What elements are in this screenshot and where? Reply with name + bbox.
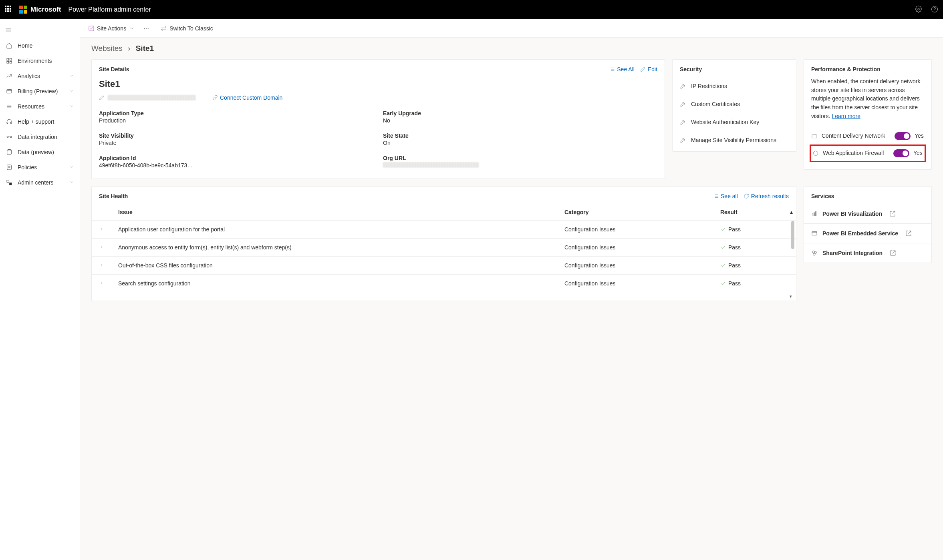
health-table: Issue Category Result▴ Application user … <box>92 204 796 292</box>
scrollbar-thumb[interactable] <box>791 221 794 249</box>
nav-label: Analytics <box>18 73 40 79</box>
chevron-down-icon <box>69 88 74 94</box>
nav-label: Policies <box>18 164 37 171</box>
analytics-icon <box>6 72 13 80</box>
svg-point-50 <box>814 251 816 253</box>
service-power-bi-embedded[interactable]: Power BI Embedded Service <box>804 224 931 243</box>
service-power-bi-visualization[interactable]: Power BI Visualization <box>804 204 931 224</box>
nav-billing[interactable]: Billing (Preview) <box>0 84 80 99</box>
nav-resources[interactable]: Resources <box>0 99 80 114</box>
nav-data-preview[interactable]: Data (preview) <box>0 145 80 160</box>
svg-point-1 <box>932 6 938 12</box>
health-result: Pass <box>720 226 789 233</box>
list-icon <box>609 66 615 72</box>
nav-label: Data (preview) <box>18 149 54 155</box>
nav-label: Admin centers <box>18 179 53 186</box>
external-link-icon <box>890 250 896 256</box>
billing-icon <box>6 88 13 95</box>
app-launcher-icon[interactable] <box>5 6 13 14</box>
edit-button[interactable]: Edit <box>640 66 657 72</box>
help-icon[interactable] <box>931 6 938 14</box>
site-health-card: Site Health See all Refresh results <box>91 186 796 301</box>
col-category[interactable]: Category <box>557 204 713 221</box>
refresh-results-button[interactable]: Refresh results <box>744 193 789 199</box>
service-label: Power BI Embedded Service <box>822 230 898 237</box>
health-result: Pass <box>720 262 789 269</box>
chevron-down-icon <box>69 103 74 110</box>
pencil-icon[interactable] <box>99 95 105 100</box>
chevron-down-icon <box>69 179 74 186</box>
security-auth-key[interactable]: Website Authentication Key <box>673 113 796 131</box>
scroll-down-indicator[interactable]: ▾ <box>92 292 796 301</box>
svg-rect-46 <box>816 212 816 216</box>
headset-icon <box>6 118 13 125</box>
health-result: Pass <box>720 244 789 251</box>
toggle-cdn: Content Delivery Network Yes <box>811 128 924 145</box>
svg-point-49 <box>812 251 814 253</box>
breadcrumb: Websites › Site1 <box>80 38 943 56</box>
service-label: Power BI Visualization <box>822 211 882 217</box>
security-custom-certificates[interactable]: Custom Certificates <box>673 95 796 113</box>
security-manage-visibility[interactable]: Manage Site Visibility Permissions <box>673 131 796 149</box>
nav-analytics[interactable]: Analytics <box>0 68 80 84</box>
security-ip-restrictions[interactable]: IP Restrictions <box>673 77 796 95</box>
col-result[interactable]: Result▴ <box>713 204 796 221</box>
refresh-icon <box>744 193 749 199</box>
nav-home[interactable]: Home <box>0 38 80 53</box>
nav-help-support[interactable]: Help + support <box>0 114 80 129</box>
environments-icon <box>6 57 13 64</box>
microsoft-logo: Microsoft <box>19 6 61 14</box>
nav-label: Data integration <box>18 134 57 140</box>
service-sharepoint-integration[interactable]: SharePoint Integration <box>804 243 931 263</box>
health-category: Configuration Issues <box>557 239 713 257</box>
check-icon <box>720 281 726 286</box>
embed-icon <box>811 230 818 237</box>
microsoft-logo-icon <box>19 6 27 14</box>
performance-description: When enabled, the content delivery netwo… <box>811 77 924 120</box>
cdn-icon <box>811 133 818 139</box>
chevron-right-icon[interactable] <box>99 263 104 267</box>
site-actions-menu[interactable]: Site Actions <box>88 25 135 32</box>
database-icon <box>6 149 13 156</box>
switch-to-classic-button[interactable]: Switch To Classic <box>161 25 213 32</box>
security-card: Security IP Restrictions Custom Certific… <box>672 59 796 152</box>
health-see-all-button[interactable]: See all <box>713 193 738 199</box>
nav-admin-centers[interactable]: Admin centers <box>0 175 80 190</box>
chevron-right-icon[interactable] <box>99 245 104 249</box>
check-icon <box>720 227 726 232</box>
nav-data-integration[interactable]: Data integration <box>0 129 80 145</box>
field-site-state: Site State On <box>383 132 657 146</box>
nav-label: Environments <box>18 58 52 64</box>
learn-more-link[interactable]: Learn more <box>832 113 860 119</box>
refresh-label: Refresh results <box>751 193 789 199</box>
site-details-card: Site Details See All Edit Site1 <box>91 59 665 179</box>
nav-label: Help + support <box>18 118 54 125</box>
toggle-label-text: Web Application Firewall <box>823 149 884 158</box>
waf-toggle[interactable] <box>893 149 909 157</box>
health-category: Configuration Issues <box>557 275 713 293</box>
security-item-label: Manage Site Visibility Permissions <box>691 137 776 143</box>
health-category: Configuration Issues <box>557 221 713 239</box>
settings-icon[interactable] <box>915 6 922 14</box>
chevron-right-icon[interactable] <box>99 281 104 285</box>
nav-label: Resources <box>18 103 44 110</box>
cdn-toggle[interactable] <box>895 132 911 140</box>
nav-policies[interactable]: Policies <box>0 160 80 175</box>
breadcrumb-parent[interactable]: Websites <box>91 44 123 52</box>
more-actions-button[interactable] <box>143 25 149 32</box>
chevron-right-icon[interactable] <box>99 227 104 231</box>
see-all-button[interactable]: See All <box>609 66 635 72</box>
nav-collapse-button[interactable] <box>0 23 80 38</box>
health-row: Search settings configuration Configurat… <box>92 275 796 293</box>
svg-rect-23 <box>89 26 94 31</box>
connect-custom-domain-button[interactable]: Connect Custom Domain <box>212 94 282 101</box>
left-nav: Home Environments Analytics Billing (Pre… <box>0 19 80 560</box>
health-row: Out-of-the-box CSS files configuration C… <box>92 257 796 275</box>
chevron-down-icon <box>69 73 74 79</box>
svg-point-26 <box>148 28 149 29</box>
wrench-icon <box>680 101 686 107</box>
health-row: Application user configuration for the p… <box>92 221 796 239</box>
nav-environments[interactable]: Environments <box>0 53 80 68</box>
nav-label: Home <box>18 42 32 49</box>
col-issue[interactable]: Issue <box>111 204 557 221</box>
